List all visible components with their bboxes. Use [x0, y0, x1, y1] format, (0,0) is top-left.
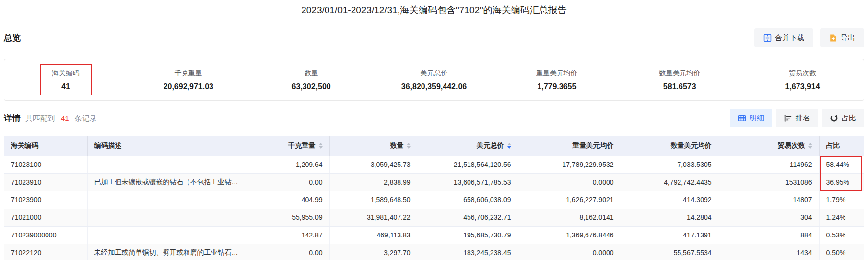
- stat-label: 数量美元均价: [618, 69, 741, 78]
- stat-item-quantity: 数量 63,302,500: [250, 59, 373, 100]
- cell-description: 未经加工或简单锯切、劈开或粗磨的工业钻石：...: [87, 244, 249, 260]
- stat-label: 数量: [250, 69, 373, 78]
- cell-quantity: 3,297.70: [329, 244, 418, 260]
- details-header-row: 详情 共匹配到 41 条记录 明细: [4, 109, 864, 127]
- cell-quantity: 469,113.83: [329, 226, 418, 244]
- cell-customs-code: 71023910: [4, 173, 87, 191]
- cell-qty-avg-price: 414.3092: [621, 191, 719, 209]
- cell-description: [87, 191, 249, 209]
- export-button[interactable]: 导出: [820, 28, 864, 47]
- col-header-usd-total[interactable]: 美元总价: [418, 136, 518, 156]
- cell-quantity: 3,059,425.73: [329, 156, 418, 173]
- stat-value: 1,779.3655: [495, 82, 618, 91]
- view-button-label: 明细: [750, 114, 764, 123]
- match-count: 41: [61, 114, 69, 122]
- cell-proportion: 0.50%: [819, 244, 864, 260]
- cell-quantity: 1,589,648.50: [329, 191, 418, 209]
- cell-proportion: 36.95%: [819, 173, 864, 191]
- merge-download-icon: [763, 34, 772, 42]
- stat-item-trade-count: 贸易次数 1,673,914: [741, 59, 864, 100]
- cell-weight-avg-price: 17,789,229.9532: [518, 156, 621, 173]
- overview-stats-card: 海关编码 41 千克重量 20,692,971.03 数量 63,302,500…: [4, 59, 864, 101]
- view-button-label: 占比: [842, 114, 856, 123]
- cell-quantity: 2,838.99: [329, 173, 418, 191]
- merge-download-label: 合并下载: [775, 33, 804, 43]
- cell-proportion: 1.24%: [819, 209, 864, 226]
- col-header-kg-weight[interactable]: 千克重量: [249, 136, 329, 156]
- cell-trade-count: 114962: [719, 156, 819, 173]
- stat-label: 海关编码: [4, 69, 127, 78]
- cell-description: [87, 226, 249, 244]
- stat-item-qty-avg-price: 数量美元均价 581.6573: [618, 59, 741, 100]
- cell-usd-total: 456,706,232.71: [418, 209, 518, 226]
- view-button-label: 排名: [796, 114, 810, 123]
- details-table-wrap: 海关编码 编码描述 千克重量 数量 美元总价 重量美元均价 数量美元均价 贸易次…: [4, 136, 864, 260]
- sort-icon-active-desc[interactable]: [507, 143, 511, 149]
- merge-download-button[interactable]: 合并下载: [754, 28, 813, 47]
- view-button-proportion[interactable]: 占比: [822, 109, 864, 127]
- cell-description: [87, 209, 249, 226]
- cell-qty-avg-price: 14.2804: [621, 209, 719, 226]
- cell-qty-avg-price: 55,567.5534: [621, 244, 719, 260]
- col-header-customs-code: 海关编码: [4, 136, 87, 156]
- stat-value: 1,673,914: [741, 82, 864, 91]
- cell-customs-code: 71023100: [4, 156, 87, 173]
- cell-trade-count: 1531086: [719, 173, 819, 191]
- stat-item-customs-code: 海关编码 41: [4, 59, 127, 100]
- overview-toolbar: 合并下载 导出: [754, 28, 864, 47]
- page-title: 2023/01/01-2023/12/31,海关编码包含"7102"的海关编码汇…: [0, 0, 868, 16]
- cell-usd-total: 195,685,730.79: [418, 226, 518, 244]
- cell-qty-avg-price: 7,033.5305: [621, 156, 719, 173]
- report-page: 2023/01/01-2023/12/31,海关编码包含"7102"的海关编码汇…: [0, 0, 868, 260]
- match-prefix: 共匹配到: [25, 114, 55, 123]
- stat-value: 36,820,359,442.06: [373, 82, 495, 91]
- table-grid-icon: [738, 114, 746, 122]
- col-header-proportion: 占比: [819, 136, 864, 156]
- table-header-row: 海关编码 编码描述 千克重量 数量 美元总价 重量美元均价 数量美元均价 贸易次…: [4, 136, 864, 156]
- cell-trade-count: 14807: [719, 191, 819, 209]
- table-row: 71023900 404.99 1,589,648.50 658,606,038…: [4, 191, 864, 209]
- stat-label: 美元总价: [373, 69, 495, 78]
- col-header-description: 编码描述: [87, 136, 249, 156]
- cell-qty-avg-price: 417.1391: [621, 226, 719, 244]
- donut-chart-icon: [830, 114, 838, 122]
- stat-label: 重量美元均价: [495, 69, 618, 78]
- table-row: 71023910 已加工但未镶嵌或镶嵌的钻石（不包括工业钻石... 0.00 2…: [4, 173, 864, 191]
- cell-trade-count: 884: [719, 226, 819, 244]
- overview-heading: 总览: [4, 32, 21, 44]
- cell-usd-total: 658,606,038.09: [418, 191, 518, 209]
- stat-item-usd-total: 美元总价 36,820,359,442.06: [373, 59, 496, 100]
- cell-description: 已加工但未镶嵌或镶嵌的钻石（不包括工业钻石...: [87, 173, 249, 191]
- col-header-trade-count[interactable]: 贸易次数: [719, 136, 819, 156]
- cell-quantity: 31,981,407.22: [329, 209, 418, 226]
- col-header-qty-avg-price: 数量美元均价: [621, 136, 719, 156]
- cell-weight-avg-price: 0.0000: [518, 173, 621, 191]
- sort-icon[interactable]: [808, 143, 812, 149]
- table-row: 710239000000 142.87 469,113.83 195,685,7…: [4, 226, 864, 244]
- cell-customs-code: 71022120: [4, 244, 87, 260]
- stat-value: 581.6573: [618, 82, 741, 91]
- overview-header-row: 总览 合并下载: [4, 28, 864, 47]
- cell-trade-count: 1434: [719, 244, 819, 260]
- cell-qty-avg-price: 4,792,742.4435: [621, 173, 719, 191]
- stat-item-kg-weight: 千克重量 20,692,971.03: [127, 59, 250, 100]
- cell-kg-weight: 142.87: [249, 226, 329, 244]
- col-header-quantity[interactable]: 数量: [329, 136, 418, 156]
- cell-proportion: 0.53%: [819, 226, 864, 244]
- view-button-ranking[interactable]: 排名: [776, 109, 818, 127]
- cell-proportion: 1.79%: [819, 191, 864, 209]
- cell-customs-code: 71021000: [4, 209, 87, 226]
- stat-value: 63,302,500: [250, 82, 373, 91]
- cell-description: [87, 156, 249, 173]
- stat-label: 贸易次数: [741, 69, 864, 78]
- match-suffix: 条记录: [75, 114, 97, 123]
- cell-kg-weight: 1,209.64: [249, 156, 329, 173]
- view-button-detail[interactable]: 明细: [730, 109, 772, 127]
- cell-kg-weight: 0.00: [249, 173, 329, 191]
- cell-weight-avg-price: 8,162.0141: [518, 209, 621, 226]
- table-row: 71021000 55,955.09 31,981,407.22 456,706…: [4, 209, 864, 226]
- cell-weight-avg-price: 1,369,676.8446: [518, 226, 621, 244]
- sort-icon[interactable]: [407, 143, 411, 149]
- sort-icon[interactable]: [319, 143, 323, 149]
- cell-usd-total: 21,518,564,120.56: [418, 156, 518, 173]
